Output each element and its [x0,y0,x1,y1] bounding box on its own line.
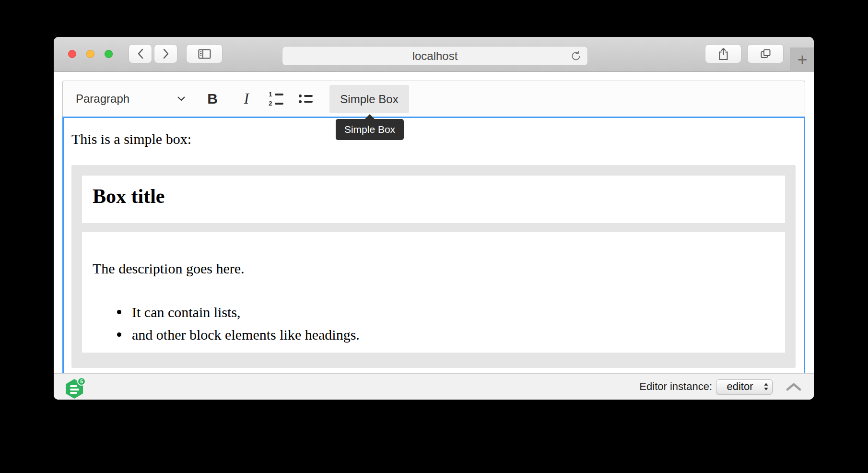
numbered-list-icon: 1 2 [269,91,283,106]
plus-icon: + [797,51,807,69]
list-item[interactable]: It can contain lists, [132,301,785,323]
forward-button[interactable] [154,44,177,63]
close-window-button[interactable] [68,50,76,58]
bulleted-list-button[interactable] [296,81,315,117]
tabs-icon [760,48,772,60]
new-tab-button[interactable]: + [790,47,814,72]
chevron-left-icon [137,48,144,59]
browser-window: localhost + [54,37,814,400]
paragraph-style-dropdown[interactable]: Paragraph [76,81,185,117]
chevron-up-icon [786,383,801,391]
screenshot-background: localhost + [0,0,868,473]
share-icon [718,47,729,60]
minimize-window-button[interactable] [86,50,94,58]
editor-instance-select[interactable]: editor [716,379,773,394]
numbered-list-button[interactable]: 1 2 [266,81,285,117]
simple-box-title-section[interactable]: Box title [82,176,785,223]
tooltip-text: Simple Box [344,124,395,135]
simple-box-widget[interactable]: Box title The description goes here. It … [71,165,796,368]
list-item[interactable]: and other block elements like headings. [132,323,785,346]
browser-chrome: localhost + [54,37,814,72]
tabs-overview-button[interactable] [747,44,784,63]
editor-instance-value: editor [727,380,762,393]
editor-content-area[interactable]: This is a simple box: Box title The desc… [62,117,805,373]
status-bar-right: Editor instance: editor [639,374,801,400]
simple-box-tooltip: Simple Box [336,119,404,140]
box-title-heading[interactable]: Box title [82,176,785,206]
logo-line [70,392,77,394]
address-bar[interactable]: localhost [282,46,588,66]
simple-box-description-section[interactable]: The description goes here. It can contai… [82,232,785,353]
version-badge: 5 [77,377,86,386]
editor-toolbar: Paragraph B I 1 2 [62,81,805,117]
select-arrows-icon [763,382,769,391]
chevron-down-icon [177,96,185,101]
italic-icon: I [244,90,249,107]
editor-instance-label: Editor instance: [639,380,712,393]
ckeditor-logo[interactable]: 5 [66,378,87,399]
zoom-window-button[interactable] [105,50,113,58]
bulleted-list-icon [299,95,313,103]
italic-button[interactable]: I [237,81,256,117]
description-paragraph[interactable]: The description goes here. [82,232,785,278]
chevron-right-icon [163,48,169,59]
logo-line [70,385,77,387]
back-button[interactable] [129,44,152,63]
description-list: It can contain lists, and other block el… [82,301,785,346]
status-bar: 5 Editor instance: editor [54,373,814,400]
address-bar-url: localhost [412,49,458,63]
sidebar-icon [198,49,211,59]
paragraph-dropdown-label: Paragraph [76,92,129,106]
simple-box-button[interactable]: Simple Box [329,85,409,113]
intro-paragraph[interactable]: This is a simple box: [71,130,191,148]
sidebar-toggle-button[interactable] [186,44,223,63]
web-page: Paragraph B I 1 2 [54,72,814,400]
collapse-panel-button[interactable] [786,383,801,391]
share-button[interactable] [705,44,741,63]
simple-box-button-label: Simple Box [340,93,398,106]
reload-icon[interactable] [570,50,582,62]
bold-icon: B [207,91,218,107]
logo-line [70,389,79,390]
bold-button[interactable]: B [203,81,222,117]
